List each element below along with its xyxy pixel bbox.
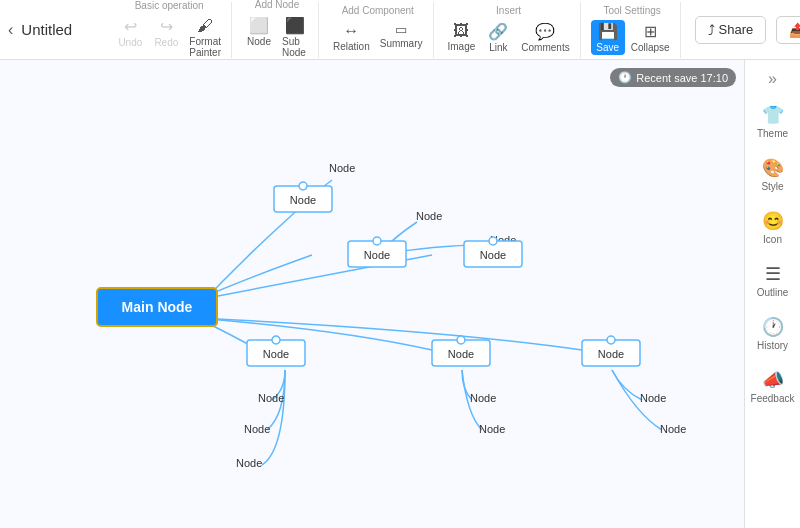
canvas[interactable]: 🕐 Recent save 17:10 xyxy=(0,60,744,528)
insert-comments-button[interactable]: 💬Comments xyxy=(517,20,573,55)
node-label-lm2: Node xyxy=(479,423,505,435)
group-label-basic: Basic operation xyxy=(135,0,204,11)
format-painter-button[interactable]: 🖌Format Painter xyxy=(185,15,225,60)
mindmap-diagram: Node Node Node Node Node Node Node Node … xyxy=(0,60,744,528)
recent-save-badge: 🕐 Recent save 17:10 xyxy=(610,68,736,87)
share-button[interactable]: ⤴ Share xyxy=(695,16,767,44)
sub-node-text-um: Node xyxy=(364,249,390,261)
main-area: 🕐 Recent save 17:10 xyxy=(0,60,800,528)
redo-button[interactable]: ↪Redo xyxy=(149,15,183,60)
chevron-right-icon: » xyxy=(768,70,777,88)
sub-node-text-lm: Node xyxy=(448,348,474,360)
group-label-add-node: Add Node xyxy=(255,0,299,10)
toolbar-group-insert: Insert 🖼Image 🔗Link 💬Comments xyxy=(438,2,581,58)
toolbar-group-basic-operation: Basic operation ↩Undo ↪Redo 🖌Format Pain… xyxy=(107,2,232,58)
relation-button[interactable]: ↔Relation xyxy=(329,20,374,54)
outline-icon: ☰ xyxy=(765,263,781,285)
node-label-upper1: Node xyxy=(416,210,442,222)
save-button[interactable]: 💾Save xyxy=(591,20,625,55)
node-circle-lm xyxy=(457,336,465,344)
add-subnode-button[interactable]: ⬛Sub Node xyxy=(278,14,312,60)
panel-item-icon[interactable]: 😊 Icon xyxy=(745,202,800,253)
panel-item-theme[interactable]: 👕 Theme xyxy=(745,96,800,147)
panel-item-history[interactable]: 🕐 History xyxy=(745,308,800,359)
back-button[interactable]: ‹ xyxy=(8,18,13,42)
collapse-button[interactable]: ⊞Collapse xyxy=(627,20,674,55)
panel-collapse-button[interactable]: » xyxy=(745,64,800,94)
node-label-lm1: Node xyxy=(470,392,496,404)
node-label-top: Node xyxy=(329,162,355,174)
document-title: Untitled xyxy=(21,21,91,38)
node-label-ll2: Node xyxy=(244,423,270,435)
undo-button[interactable]: ↩Undo xyxy=(113,15,147,60)
node-circle-ll xyxy=(272,336,280,344)
node-label-ll1: Node xyxy=(258,392,284,404)
insert-image-button[interactable]: 🖼Image xyxy=(444,20,480,55)
toolbar-group-tool-settings: Tool Settings 💾Save ⊞Collapse xyxy=(585,2,681,58)
add-node-button[interactable]: ⬜Node xyxy=(242,14,276,60)
group-label-tool-settings: Tool Settings xyxy=(604,5,661,16)
panel-item-feedback[interactable]: 📣 Feedback xyxy=(745,361,800,412)
node-circle-umr xyxy=(489,237,497,245)
feedback-icon: 📣 xyxy=(762,369,784,391)
clock-icon: 🕐 xyxy=(618,71,632,84)
group-label-insert: Insert xyxy=(496,5,521,16)
toolbar: ‹ Untitled Basic operation ↩Undo ↪Redo 🖌… xyxy=(0,0,800,60)
node-label-ll3: Node xyxy=(236,457,262,469)
summary-button[interactable]: ▭Summary xyxy=(376,20,427,54)
sub-node-text-ll: Node xyxy=(263,348,289,360)
panel-item-style[interactable]: 🎨 Style xyxy=(745,149,800,200)
main-node-text: Main Node xyxy=(122,299,193,315)
sub-node-text-lr: Node xyxy=(598,348,624,360)
right-panel: » 👕 Theme 🎨 Style 😊 Icon ☰ Outline 🕐 His… xyxy=(744,60,800,528)
node-label-lr2: Node xyxy=(660,423,686,435)
export-icon: 📤 xyxy=(789,22,800,38)
toolbar-group-add-component: Add Component ↔Relation ▭Summary xyxy=(323,2,434,58)
style-icon: 🎨 xyxy=(762,157,784,179)
node-circle-um xyxy=(373,237,381,245)
group-label-add-component: Add Component xyxy=(342,5,414,16)
node-label-lr1: Node xyxy=(640,392,666,404)
toolbar-group-add-node: Add Node ⬜Node ⬛Sub Node xyxy=(236,2,319,58)
node-circle-lr xyxy=(607,336,615,344)
icon-icon: 😊 xyxy=(762,210,784,232)
history-icon: 🕐 xyxy=(762,316,784,338)
node-circle-ul xyxy=(299,182,307,190)
theme-icon: 👕 xyxy=(762,104,784,126)
share-icon: ⤴ xyxy=(708,22,715,38)
panel-item-outline[interactable]: ☰ Outline xyxy=(745,255,800,306)
export-button[interactable]: 📤 Export xyxy=(776,16,800,44)
sub-node-text-umr: Node xyxy=(480,249,506,261)
insert-link-button[interactable]: 🔗Link xyxy=(481,20,515,55)
sub-node-text-ul: Node xyxy=(290,194,316,206)
